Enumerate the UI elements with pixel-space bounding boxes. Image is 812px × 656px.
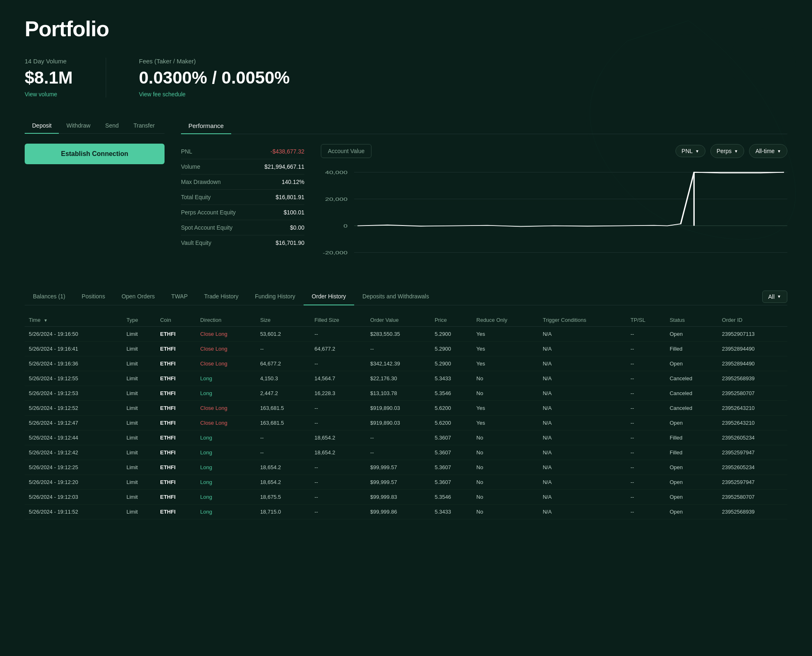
cell-status: Open bbox=[666, 460, 718, 475]
cell-direction: Long bbox=[196, 371, 256, 386]
tab-send[interactable]: Send bbox=[98, 118, 126, 134]
cell-trigger: N/A bbox=[538, 430, 626, 445]
account-value-toggle[interactable]: Account Value bbox=[321, 144, 371, 158]
tab-funding-history[interactable]: Funding History bbox=[247, 288, 304, 305]
col-price: Price bbox=[431, 314, 472, 327]
cell-tp-sl: -- bbox=[626, 505, 666, 519]
cell-coin: ETHFI bbox=[156, 505, 196, 519]
all-filter-dropdown[interactable]: All ▼ bbox=[762, 291, 787, 303]
svg-text:-20,000: -20,000 bbox=[322, 251, 347, 255]
tab-twap[interactable]: TWAP bbox=[163, 288, 196, 305]
cell-filled-size: -- bbox=[310, 416, 366, 430]
perf-stat-label: Total Equity bbox=[181, 194, 211, 200]
cell-price: 5.3607 bbox=[431, 445, 472, 460]
cell-size: 18,715.0 bbox=[256, 505, 310, 519]
cell-status: Canceled bbox=[666, 386, 718, 401]
cell-status: Canceled bbox=[666, 401, 718, 416]
cell-type: Limit bbox=[122, 430, 156, 445]
perps-dropdown[interactable]: Perps ▼ bbox=[710, 144, 744, 158]
cell-reduce-only: Yes bbox=[472, 401, 538, 416]
cell-order-value: $99,999.57 bbox=[366, 475, 431, 490]
svg-text:20,000: 20,000 bbox=[325, 197, 347, 202]
cell-order-value: $342,142.39 bbox=[366, 356, 431, 371]
cell-time: 5/26/2024 - 19:12:03 bbox=[25, 490, 122, 505]
cell-order-id: 23952894490 bbox=[718, 356, 787, 371]
fees-value: 0.0300% / 0.0050% bbox=[139, 68, 290, 88]
bottom-tab-bar: Balances (1) Positions Open Orders TWAP … bbox=[25, 288, 787, 305]
cell-coin: ETHFI bbox=[156, 490, 196, 505]
alltime-dropdown[interactable]: All-time ▼ bbox=[749, 144, 787, 158]
cell-order-id: 23952643210 bbox=[718, 401, 787, 416]
cell-time: 5/26/2024 - 19:12:42 bbox=[25, 445, 122, 460]
cell-tp-sl: -- bbox=[626, 460, 666, 475]
cell-tp-sl: -- bbox=[626, 401, 666, 416]
tab-balances[interactable]: Balances (1) bbox=[25, 288, 74, 305]
cell-time: 5/26/2024 - 19:16:41 bbox=[25, 342, 122, 356]
tab-trade-history[interactable]: Trade History bbox=[196, 288, 247, 305]
cell-order-value: $919,890.03 bbox=[366, 401, 431, 416]
cell-trigger: N/A bbox=[538, 401, 626, 416]
table-row: 5/26/2024 - 19:12:55 Limit ETHFI Long 4,… bbox=[25, 371, 787, 386]
pnl-chevron-icon: ▼ bbox=[695, 149, 699, 154]
cell-price: 5.3607 bbox=[431, 430, 472, 445]
cell-coin: ETHFI bbox=[156, 416, 196, 430]
cell-size: 18,654.2 bbox=[256, 475, 310, 490]
tab-order-history[interactable]: Order History bbox=[304, 288, 354, 305]
cell-direction: Close Long bbox=[196, 356, 256, 371]
volume-metric: 14 Day Volume $8.1M View volume bbox=[25, 58, 73, 98]
cell-order-id: 23952568939 bbox=[718, 371, 787, 386]
col-filled-size: Filled Size bbox=[310, 314, 366, 327]
cell-time: 5/26/2024 - 19:12:52 bbox=[25, 401, 122, 416]
cell-price: 5.3607 bbox=[431, 475, 472, 490]
col-time: Time ▼ bbox=[25, 314, 122, 327]
cell-trigger: N/A bbox=[538, 386, 626, 401]
view-volume-link[interactable]: View volume bbox=[25, 91, 57, 98]
cell-filled-size: 18,654.2 bbox=[310, 430, 366, 445]
tab-transfer[interactable]: Transfer bbox=[126, 118, 162, 134]
cell-coin: ETHFI bbox=[156, 430, 196, 445]
cell-tp-sl: -- bbox=[626, 445, 666, 460]
tab-positions[interactable]: Positions bbox=[74, 288, 114, 305]
cell-tp-sl: -- bbox=[626, 327, 666, 342]
cell-direction: Long bbox=[196, 445, 256, 460]
table-row: 5/26/2024 - 19:12:42 Limit ETHFI Long --… bbox=[25, 445, 787, 460]
col-type: Type bbox=[122, 314, 156, 327]
cell-reduce-only: No bbox=[472, 371, 538, 386]
perf-stat-label: Vault Equity bbox=[181, 240, 211, 246]
cell-price: 5.2900 bbox=[431, 342, 472, 356]
view-fee-schedule-link[interactable]: View fee schedule bbox=[139, 91, 186, 98]
fees-label: Fees (Taker / Maker) bbox=[139, 58, 290, 65]
tab-withdraw[interactable]: Withdraw bbox=[59, 118, 97, 134]
cell-filled-size: -- bbox=[310, 460, 366, 475]
cell-status: Filled bbox=[666, 430, 718, 445]
cell-size: 163,681.5 bbox=[256, 416, 310, 430]
cell-tp-sl: -- bbox=[626, 371, 666, 386]
tab-deposits-withdrawals[interactable]: Deposits and Withdrawals bbox=[354, 288, 437, 305]
perf-stat-row: Max Drawdown 140.12% bbox=[181, 174, 304, 190]
cell-tp-sl: -- bbox=[626, 475, 666, 490]
cell-size: 18,675.5 bbox=[256, 490, 310, 505]
cell-reduce-only: No bbox=[472, 505, 538, 519]
establish-connection-button[interactable]: Establish Connection bbox=[25, 144, 165, 164]
cell-order-value: $99,999.57 bbox=[366, 460, 431, 475]
tab-deposit[interactable]: Deposit bbox=[25, 118, 59, 134]
cell-time: 5/26/2024 - 19:12:25 bbox=[25, 460, 122, 475]
cell-trigger: N/A bbox=[538, 490, 626, 505]
col-reduce-only: Reduce Only bbox=[472, 314, 538, 327]
pnl-dropdown[interactable]: PNL ▼ bbox=[675, 145, 705, 157]
tab-performance[interactable]: Performance bbox=[181, 118, 231, 134]
perf-stat-row: Total Equity $16,801.91 bbox=[181, 190, 304, 205]
cell-order-value: $99,999.86 bbox=[366, 505, 431, 519]
perps-chevron-icon: ▼ bbox=[734, 149, 738, 154]
cell-type: Limit bbox=[122, 401, 156, 416]
cell-reduce-only: No bbox=[472, 490, 538, 505]
cell-trigger: N/A bbox=[538, 460, 626, 475]
cell-trigger: N/A bbox=[538, 371, 626, 386]
cell-status: Open bbox=[666, 490, 718, 505]
col-coin: Coin bbox=[156, 314, 196, 327]
cell-reduce-only: Yes bbox=[472, 342, 538, 356]
tab-open-orders[interactable]: Open Orders bbox=[113, 288, 163, 305]
chart-controls: Account Value PNL ▼ Perps ▼ All-time ▼ bbox=[321, 144, 787, 158]
cell-direction: Long bbox=[196, 490, 256, 505]
cell-order-value: $283,550.35 bbox=[366, 327, 431, 342]
